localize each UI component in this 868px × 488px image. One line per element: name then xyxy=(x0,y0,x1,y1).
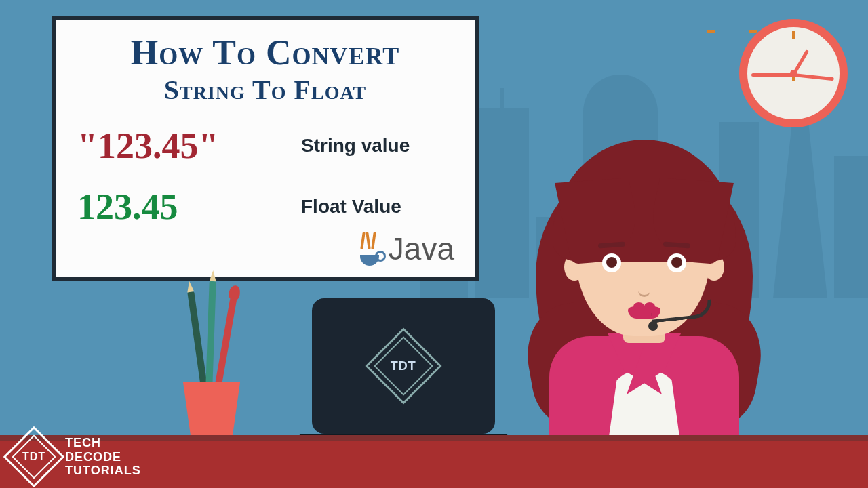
card-title-line1: How To Convert xyxy=(72,33,458,73)
float-label: Float Value xyxy=(301,196,401,218)
tutorial-card: How To Convert String To Float "123.45" … xyxy=(52,16,479,281)
brand-line1: TECH xyxy=(65,436,141,450)
pencil-icon xyxy=(187,291,207,386)
brand-line3: TUTORIALS xyxy=(65,464,141,478)
java-cup-icon xyxy=(357,232,382,266)
string-value: "123.45" xyxy=(77,125,301,167)
laptop-logo: TDT xyxy=(365,327,441,404)
pencil-pot-icon xyxy=(183,382,240,443)
brand-watermark: TDT TECH DECODE TUTORIALS xyxy=(12,435,141,479)
brand-line2: DECODE xyxy=(65,450,141,464)
brand-logo-icon: TDT xyxy=(3,426,65,488)
float-value: 123.45 xyxy=(77,186,301,228)
java-badge: Java xyxy=(357,230,454,267)
string-label: String value xyxy=(301,135,410,157)
laptop-icon: TDT xyxy=(298,298,509,454)
headset-icon xyxy=(651,296,719,336)
card-title-line2: String To Float xyxy=(72,74,458,106)
brush-icon xyxy=(215,298,237,386)
presenter-illustration xyxy=(515,99,773,451)
java-label: Java xyxy=(389,230,454,267)
